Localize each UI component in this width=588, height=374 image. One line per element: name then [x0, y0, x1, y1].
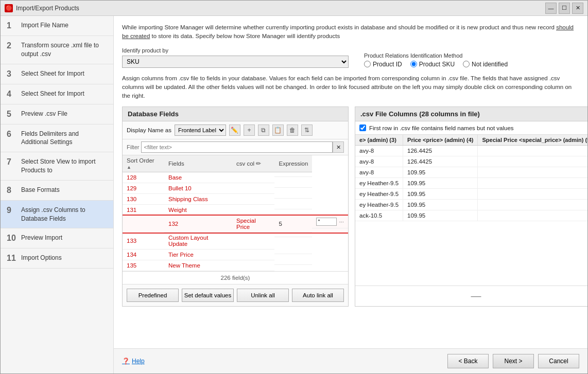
col-expression[interactable]: Expression — [274, 155, 312, 172]
db-table-row[interactable]: 128Base — [123, 172, 348, 183]
sidebar-item-7[interactable]: 7 Select Store View to import Products t… — [1, 152, 113, 181]
paste-icon[interactable]: 📋 — [272, 124, 284, 136]
auto-link-all-button[interactable]: Auto link all — [292, 289, 344, 302]
db-panel: Database Fields Display Name as Frontend… — [122, 106, 349, 307]
display-name-select[interactable]: Frontend Label Attribute Code — [175, 124, 226, 136]
db-table: Sort Order ▲ Fields csv col ✏ Expression… — [123, 155, 348, 271]
radio-product-sku-input[interactable] — [410, 61, 417, 67]
radio-product-id-input[interactable] — [364, 61, 371, 67]
csv-table-row: ey Heather-9.5109.95 — [355, 189, 587, 200]
step-label-10: Preview Import — [21, 234, 62, 242]
step-label-1: Import File Name — [21, 21, 68, 30]
radio-not-identified[interactable]: Not identified — [463, 61, 508, 68]
titlebar: 🔴 Import/Export Products — ☐ ✕ — [1, 1, 587, 16]
close-button[interactable]: ✕ — [572, 3, 583, 14]
content-area: 1 Import File Name 2 Transform source .x… — [1, 16, 587, 373]
step-num-5: 5 — [7, 110, 17, 119]
sidebar-item-2[interactable]: 2 Transform source .xml file to output .… — [1, 36, 113, 64]
step-num-3: 3 — [7, 69, 17, 79]
main-window: 🔴 Import/Export Products — ☐ ✕ 1 Import … — [0, 0, 588, 374]
csv-cell-col4: 109.95 — [403, 200, 478, 210]
csv-cell-col4: 109.95 — [403, 189, 478, 200]
filter-icon[interactable]: ⇅ — [301, 124, 313, 136]
csv-panel: .csv File Columns (28 columns in file) F… — [355, 106, 587, 307]
sidebar-item-9[interactable]: 9 Assign .csv Columns to Database Fields — [1, 201, 113, 229]
step-num-4: 4 — [7, 90, 17, 99]
csv-table-row: ey Heather-9.5109.95 — [355, 178, 587, 189]
sidebar-item-4[interactable]: 4 Select Sheet for Import — [1, 84, 113, 104]
db-table-row[interactable]: 133Custom Layout Update — [123, 233, 348, 250]
sidebar-item-5[interactable]: 5 Preview .csv File — [1, 104, 113, 124]
delete-icon[interactable]: 🗑 — [287, 124, 298, 136]
add-icon[interactable]: + — [244, 124, 255, 136]
expression-input[interactable] — [316, 218, 337, 226]
db-buttons: Predefined Set default values Unlink all… — [123, 284, 348, 306]
col-csv-col[interactable]: csv col ✏ — [232, 155, 274, 172]
db-table-row[interactable]: 134Tier Price — [123, 250, 348, 260]
cancel-button[interactable]: Cancel — [538, 354, 579, 368]
help-link[interactable]: ❓ Help — [122, 358, 145, 365]
assign-description: Assign columns from .csv file to fields … — [122, 74, 579, 101]
radio-product-sku[interactable]: Product SKU — [410, 61, 455, 68]
field-expression — [274, 260, 312, 265]
sidebar-item-11[interactable]: 11 Import Options — [1, 248, 113, 269]
field-expression — [274, 250, 312, 254]
step-label-6: Fields Delimiters and Additional Setting… — [21, 130, 107, 147]
csv-checkbox-row: First row in .csv file contains field na… — [355, 121, 587, 135]
csv-table: e> (admin) (3) Price <price> (admin) (4)… — [355, 135, 587, 286]
footer: ❓ Help < Back Next > Cancel — [114, 348, 587, 373]
sidebar-item-6[interactable]: 6 Fields Delimiters and Additional Setti… — [1, 124, 113, 153]
csv-panel-header: .csv File Columns (28 columns in file) — [355, 107, 587, 121]
step-label-7: Select Store View to import Products to — [21, 157, 107, 175]
db-table-row[interactable]: 129Bullet 10 — [123, 183, 348, 194]
maximize-button[interactable]: ☐ — [559, 3, 570, 14]
col-sort-order[interactable]: Sort Order ▲ — [123, 155, 164, 172]
filter-input[interactable] — [141, 141, 333, 153]
field-name: Tier Price — [164, 250, 232, 260]
radio-not-identified-input[interactable] — [463, 61, 470, 67]
db-table-row[interactable]: 135New Theme — [123, 260, 348, 271]
csv-cell-col4: 109.95 — [403, 178, 478, 189]
field-expression — [274, 233, 312, 237]
predefined-button[interactable]: Predefined — [127, 289, 179, 302]
expression-ellipsis[interactable]: ··· — [339, 219, 344, 225]
next-button[interactable]: Next > — [493, 354, 534, 368]
back-button[interactable]: < Back — [447, 354, 489, 368]
filter-clear-button[interactable]: ✕ — [333, 141, 344, 153]
minimize-button[interactable]: — — [545, 3, 557, 14]
field-expression — [274, 194, 312, 199]
csv-cell-col5 — [478, 167, 587, 178]
step-num-1: 1 — [7, 21, 17, 30]
radio-not-identified-label: Not identified — [472, 61, 508, 68]
display-name-label: Display Name as — [127, 127, 171, 133]
csv-table-row: avy-8126.4425 — [355, 146, 587, 156]
set-default-values-button[interactable]: Set default values — [182, 289, 234, 302]
csv-cell-col4: 109.95 — [403, 210, 478, 221]
first-row-checkbox[interactable] — [359, 124, 366, 131]
sidebar-item-1[interactable]: 1 Import File Name — [1, 16, 113, 36]
csv-col-3-header: e> (admin) (3) — [355, 135, 403, 146]
identify-row: Identify product by SKU Product ID Produ… — [122, 47, 579, 68]
db-table-row[interactable]: 130Shipping Class — [123, 194, 348, 205]
radio-group: Product ID Product SKU Not identified — [364, 61, 508, 68]
field-name: Shipping Class — [164, 194, 232, 205]
step-label-2: Transform source .xml file to output .cs… — [21, 41, 107, 59]
sidebar-item-10[interactable]: 10 Preview Import — [1, 228, 113, 248]
col-fields[interactable]: Fields — [164, 155, 232, 172]
db-table-row[interactable]: ➘132Special Price5··· — [123, 216, 348, 233]
step-num-10: 10 — [7, 234, 17, 243]
unlink-all-button[interactable]: Unlink all — [237, 289, 289, 302]
titlebar-controls: — ☐ ✕ — [545, 3, 583, 14]
identify-product-select[interactable]: SKU Product ID — [122, 56, 349, 68]
csv-cell-col4: 109.95 — [403, 167, 478, 178]
radio-product-id[interactable]: Product ID — [364, 61, 402, 68]
csv-table-row: ack-10.5109.95 — [355, 210, 587, 221]
sidebar-item-8[interactable]: 8 Base Formats — [1, 181, 113, 201]
csv-col-5-header: Special Price <special_price> (admin) (5… — [478, 135, 587, 146]
step-num-2: 2 — [7, 41, 17, 50]
product-relations-section: Product Relations Identification Method … — [364, 52, 508, 68]
db-table-row[interactable]: 131Weight — [123, 205, 348, 216]
edit-icon[interactable]: ✏️ — [229, 124, 240, 136]
sidebar-item-3[interactable]: 3 Select Sheet for Import — [1, 64, 113, 84]
copy-icon[interactable]: ⧉ — [258, 124, 269, 136]
